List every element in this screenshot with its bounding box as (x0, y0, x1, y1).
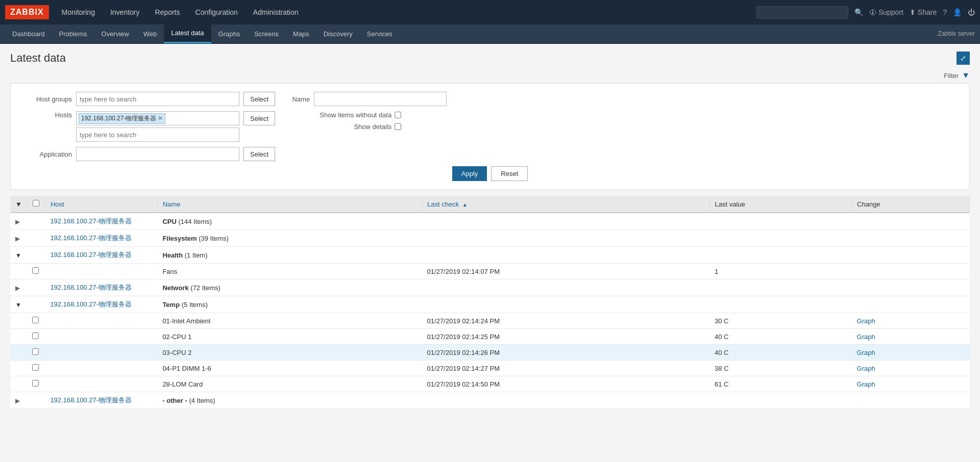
row-change-cell (852, 279, 970, 296)
support-link[interactable]: 🛈 Support (869, 8, 903, 16)
apply-button[interactable]: Apply (452, 166, 487, 181)
host-tag-remove[interactable]: ✕ (158, 115, 163, 122)
th-change: Change (852, 196, 970, 213)
logo[interactable]: ZABBIX (5, 5, 49, 19)
row-last-value-cell: 40 C (709, 345, 852, 361)
application-input[interactable] (76, 147, 239, 161)
share-link[interactable]: ⬆ Share (910, 8, 937, 16)
row-checkbox[interactable] (32, 332, 39, 339)
row-name-cell: Fans (157, 264, 422, 279)
subnav-screens[interactable]: Screens (247, 25, 286, 43)
graph-link[interactable]: Graph (857, 349, 875, 356)
subnav-overview[interactable]: Overview (94, 25, 136, 43)
filter-icon[interactable]: ▼ (962, 71, 970, 80)
hosts-search-input[interactable] (76, 127, 239, 142)
item-count: (4 Items) (189, 397, 215, 404)
reset-button[interactable]: Reset (491, 166, 528, 181)
graph-link[interactable]: Graph (857, 365, 875, 372)
graph-link[interactable]: Graph (857, 317, 875, 325)
row-last-value-cell (709, 247, 852, 264)
row-expand-cell (10, 313, 27, 329)
row-expand-arrow[interactable]: ▶ (15, 218, 20, 225)
subnav-graphs[interactable]: Graphs (211, 25, 248, 43)
subnav-services[interactable]: Services (360, 25, 400, 43)
nav-configuration[interactable]: Configuration (193, 1, 240, 23)
row-last-check-cell: 01/27/2019 02:14:24 PM (422, 313, 709, 329)
subnav-maps[interactable]: Maps (286, 25, 316, 43)
host-link[interactable]: 192.168.100.27-物理服务器 (50, 300, 132, 308)
expand-icon[interactable]: ⤢ (957, 52, 970, 65)
table-row: ▶ 192.168.100.27-物理服务器 - other - (4 Item… (10, 392, 970, 409)
th-last-check[interactable]: Last check ▲ (422, 196, 709, 213)
row-last-value-cell (709, 213, 852, 230)
hosts-tag-area[interactable]: 192.168.100.27-物理服务器 ✕ (76, 111, 239, 125)
row-checkbox[interactable] (32, 267, 39, 274)
nav-monitoring[interactable]: Monitoring (59, 1, 97, 23)
search-icon[interactable]: 🔍 (854, 8, 863, 16)
row-expand-arrow[interactable]: ▶ (15, 397, 20, 404)
nav-administration[interactable]: Administration (251, 1, 301, 23)
row-change-cell: Graph (852, 313, 970, 329)
global-search-input[interactable] (756, 6, 848, 19)
row-checkbox[interactable] (32, 364, 39, 371)
host-link[interactable]: 192.168.100.27-物理服务器 (50, 284, 132, 291)
show-items-checkbox[interactable] (395, 112, 401, 118)
item-count: (144 Items) (178, 218, 212, 225)
subnav-dashboard[interactable]: Dashboard (5, 25, 52, 43)
subnav-latest-data[interactable]: Latest data (164, 24, 211, 43)
row-check-cell (27, 313, 45, 329)
show-details-checkbox[interactable] (395, 123, 401, 130)
host-groups-select-button[interactable]: Select (243, 92, 275, 106)
nav-reports[interactable]: Reports (153, 1, 183, 23)
row-name-cell: 01-Inlet Ambient (157, 313, 422, 329)
row-name-cell: - other - (4 Items) (157, 392, 422, 409)
subnav-web[interactable]: Web (136, 25, 164, 43)
hosts-select-button[interactable]: Select (243, 111, 275, 125)
item-name: Temp (162, 301, 180, 309)
row-last-check-cell (422, 213, 709, 230)
row-expand-arrow[interactable]: ▶ (15, 235, 20, 242)
page-content: Latest data ⤢ Filter ▼ Host groups Selec… (0, 44, 980, 462)
row-host-cell (45, 329, 157, 345)
row-expand-arrow[interactable]: ▼ (15, 252, 21, 259)
nav-inventory[interactable]: Inventory (108, 1, 142, 23)
host-link[interactable]: 192.168.100.27-物理服务器 (50, 251, 132, 259)
host-tag-label: 192.168.100.27-物理服务器 (81, 114, 156, 123)
row-last-check-cell (422, 279, 709, 296)
graph-link[interactable]: Graph (857, 333, 875, 341)
application-select-button[interactable]: Select (243, 147, 275, 161)
collapse-all-icon[interactable]: ▼ (15, 200, 22, 208)
row-check-cell (27, 296, 45, 313)
row-expand-arrow[interactable]: ▼ (15, 301, 21, 309)
row-expand-cell (10, 345, 27, 361)
row-host-cell (45, 361, 157, 376)
show-details-row: Show details (289, 123, 401, 131)
row-checkbox[interactable] (32, 317, 39, 323)
help-icon[interactable]: ? (943, 8, 947, 16)
graph-link[interactable]: Graph (857, 380, 875, 388)
row-expand-arrow[interactable]: ▶ (15, 285, 20, 292)
host-groups-input[interactable] (76, 92, 239, 106)
host-link[interactable]: 192.168.100.27-物理服务器 (50, 396, 132, 404)
row-name-cell: CPU (144 Items) (157, 213, 422, 230)
row-change-cell (852, 264, 970, 279)
subnav-discovery[interactable]: Discovery (316, 25, 360, 43)
show-items-row: Show items without data (289, 111, 401, 119)
host-link[interactable]: 192.168.100.27-物理服务器 (50, 217, 132, 225)
row-check-cell (27, 230, 45, 247)
name-input[interactable] (314, 92, 447, 106)
th-name[interactable]: Name (157, 196, 422, 213)
subnav-problems[interactable]: Problems (52, 25, 94, 43)
select-all-checkbox[interactable] (33, 200, 39, 207)
row-checkbox[interactable] (32, 348, 39, 355)
user-icon[interactable]: 👤 (953, 8, 962, 16)
row-check-cell (27, 213, 45, 230)
row-expand-cell (10, 376, 27, 392)
item-name: - other - (162, 397, 187, 404)
row-last-value-cell (709, 230, 852, 247)
th-host[interactable]: Host (45, 196, 157, 213)
power-icon[interactable]: ⏻ (968, 8, 975, 16)
row-name-cell: 02-CPU 1 (157, 329, 422, 345)
host-link[interactable]: 192.168.100.27-物理服务器 (50, 234, 132, 242)
row-checkbox[interactable] (32, 380, 39, 387)
